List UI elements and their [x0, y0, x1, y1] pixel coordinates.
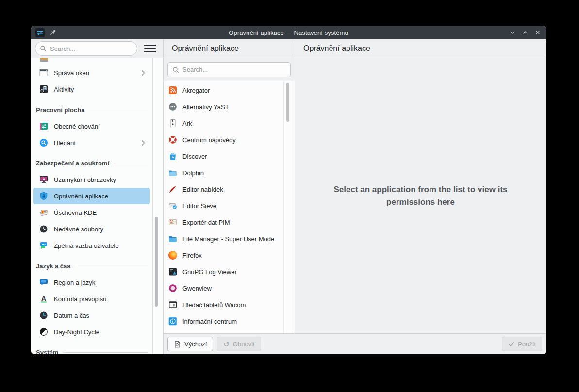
file-manager-icon [168, 234, 177, 243]
sidebar-scrollbar-thumb[interactable] [155, 217, 158, 307]
app-label: Exportér dat PIM [182, 219, 230, 226]
app-list-item-gwenview[interactable]: Gwenview [164, 280, 295, 296]
apply-button[interactable]: Použít [502, 337, 542, 351]
app-list-item-dolphin[interactable]: Dolphin [164, 164, 295, 181]
app-list-item-ark[interactable]: Ark [164, 115, 295, 131]
sidebar-item-uschovna-kde[interactable]: Úschovna KDE [33, 204, 150, 221]
sidebar-item-label: Aktivity [54, 86, 146, 93]
app-label: Firefox [182, 252, 202, 259]
app-list-item-editor-nabidek[interactable]: Editor nabídek [164, 181, 295, 197]
app-list-scrollbar [283, 81, 295, 333]
sidebar-scroll-area: Správa oken D Aktivity Pracovní plocha O… [31, 58, 153, 354]
sidebar-item-aktivity[interactable]: D Aktivity [33, 81, 150, 98]
close-icon[interactable] [534, 29, 542, 36]
sidebar-search-input[interactable] [35, 41, 137, 56]
app-list-item-informacni-centrum[interactable]: Informační centrum [164, 313, 295, 329]
sidebar-item-obecne-chovani[interactable]: Obecné chování [33, 118, 150, 134]
app-list-item-firefox[interactable]: Firefox [164, 247, 295, 263]
sidebar-item-label: Region a jazyk [54, 279, 146, 286]
section-label: Systém [36, 349, 58, 355]
hamburger-menu-icon[interactable] [144, 44, 156, 53]
app-searchbox [167, 62, 291, 77]
yast-alternatives-icon [168, 102, 177, 111]
sidebar: Správa oken D Aktivity Pracovní plocha O… [31, 58, 164, 354]
app-permissions-icon [39, 192, 48, 200]
titlebar[interactable]: Oprávnění aplikace — Nastavení systému [31, 26, 546, 39]
sidebar-item-label: Správa oken [54, 69, 135, 77]
sidebar-item-region-a-jazyk[interactable]: Region a jazyk [33, 274, 150, 291]
app-list-item-alternativy-yast[interactable]: Alternativy YaST [164, 98, 295, 115]
defaults-button[interactable]: Výchozí [167, 337, 213, 351]
sidebar-section: Systém [36, 346, 148, 354]
app-label: Ark [182, 120, 192, 127]
application-list: Akregator Alternativy YaST Ark Centrum n… [164, 81, 295, 333]
minimize-icon[interactable] [509, 29, 516, 36]
undo-icon: ↺ [223, 341, 230, 348]
recent-files-icon [39, 225, 48, 233]
app-search-input[interactable] [167, 62, 291, 77]
chevron-right-icon [141, 140, 145, 146]
activities-icon: D [39, 85, 48, 94]
app-list-scrollbar-thumb[interactable] [286, 83, 289, 122]
pin-icon[interactable] [49, 29, 57, 36]
sidebar-item-kontrola-pravopisu[interactable]: A Kontrola pravopisu [33, 291, 150, 307]
section-label: Zabezpečení a soukromí [36, 160, 109, 167]
app-label: Alternativy YaST [182, 103, 229, 111]
discover-icon [168, 152, 177, 161]
sidebar-item-label: Uzamykání obrazovky [54, 176, 146, 183]
screen-locking-icon [39, 175, 48, 184]
sidebar-item-hledani[interactable]: Hledání [33, 134, 150, 151]
app-list-item-hledac-tabletu-wacom[interactable]: Hledač tabletů Wacom [164, 296, 295, 313]
sidebar-section: Zabezpečení a soukromí [36, 157, 148, 169]
search-icon [172, 66, 179, 73]
section-label: Jazyk a čas [36, 262, 71, 270]
ark-icon [168, 119, 177, 128]
app-label: Centrum nápovědy [182, 136, 236, 144]
sidebar-item-zpetna-vazba[interactable]: Zpětná vazba uživatele [33, 237, 150, 254]
partially-visible-item[interactable] [31, 58, 152, 62]
sidebar-item-day-night-cycle[interactable]: Day-Night Cycle [33, 324, 150, 340]
sidebar-section: Pracovní plocha [36, 103, 148, 116]
gwenview-icon [168, 284, 177, 293]
sidebar-item-label: Nedávné soubory [54, 226, 146, 233]
sidebar-item-nedavne-soubory[interactable]: Nedávné soubory [33, 221, 150, 237]
sidebar-item-label: Obecné chování [54, 123, 146, 130]
kde-wallet-icon [39, 208, 48, 217]
window-management-icon [39, 68, 48, 77]
spell-check-icon: A [39, 294, 48, 303]
app-list-item-gnupg-log-viewer[interactable]: GnuPG Log Viewer [164, 263, 295, 280]
app-label: Editor Sieve [182, 202, 216, 210]
app-list-item-editor-sieve[interactable]: Editor Sieve [164, 197, 295, 214]
app-list-item-discover[interactable]: Discover [164, 148, 295, 164]
footer-button-bar: Výchozí ↺ Obnovit Použít [164, 333, 546, 354]
app-label: Akregator [182, 87, 210, 94]
menu-editor-icon [168, 185, 177, 194]
app-list-item-exporter-dat-pim[interactable]: Exportér dat PIM [164, 214, 295, 230]
akregator-icon [168, 86, 177, 95]
app-label: Hledač tabletů Wacom [182, 301, 246, 309]
document-revert-icon [174, 341, 181, 348]
apply-button-label: Použít [518, 341, 536, 348]
main-area: Oprávnění aplikace Oprávnění aplikace Sp… [31, 39, 546, 354]
system-settings-app-icon[interactable] [35, 28, 45, 37]
section-separator [89, 110, 148, 110]
sidebar-item-datum-a-cas[interactable]: Datum a čas [33, 307, 150, 324]
app-list-item-file-manager-super-user[interactable]: File Manager - Super User Mode [164, 230, 295, 247]
maximize-icon[interactable] [521, 29, 529, 36]
app-list-item-centrum-napovedy[interactable]: Centrum nápovědy [164, 131, 295, 148]
window-title: Oprávnění aplikace — Nastavení systému [31, 29, 546, 36]
app-search-area [164, 58, 295, 81]
sidebar-item-label: Datum a čas [54, 312, 146, 319]
sidebar-item-uzamykani-obrazovky[interactable]: Uzamykání obrazovky [33, 171, 150, 188]
sidebar-item-label: Day-Night Cycle [54, 328, 146, 336]
sidebar-item-sprava-oken[interactable]: Správa oken [33, 65, 150, 81]
reset-button[interactable]: ↺ Obnovit [217, 337, 261, 351]
sidebar-item-opravneni-aplikace[interactable]: Oprávnění aplikace [33, 188, 150, 204]
search-icon [40, 45, 47, 52]
checkmark-icon [508, 341, 514, 347]
placeholder-message: Select an application from the list to v… [316, 183, 526, 208]
partial-item-icon [40, 58, 48, 62]
day-night-icon [39, 327, 48, 336]
sidebar-item-label: Oprávnění aplikace [54, 193, 146, 200]
app-list-item-akregator[interactable]: Akregator [164, 82, 295, 98]
